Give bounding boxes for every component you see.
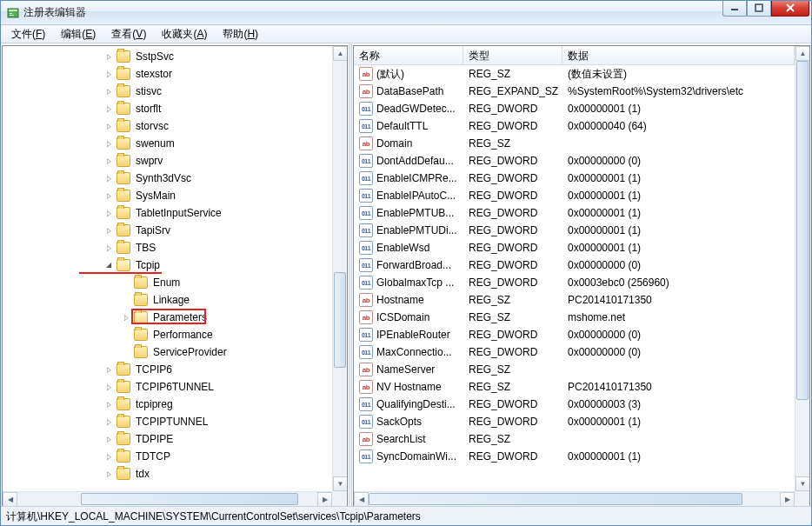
expand-icon[interactable]: [102, 380, 116, 394]
tree-node[interactable]: TCPIP6TUNNEL: [3, 378, 332, 396]
expand-icon[interactable]: [102, 67, 116, 81]
value-row[interactable]: DefaultTTLREG_DWORD0x00000040 (64): [354, 117, 795, 135]
value-row[interactable]: EnableWsdREG_DWORD0x00000001 (1): [354, 239, 795, 256]
expand-icon[interactable]: [102, 154, 116, 168]
values-hscrollbar[interactable]: [354, 491, 795, 506]
scroll-thumb[interactable]: [796, 61, 809, 400]
scroll-right-button[interactable]: [780, 492, 795, 506]
value-row[interactable]: SearchListREG_SZ: [354, 430, 795, 448]
col-name[interactable]: 名称: [354, 46, 463, 64]
tree-node[interactable]: SstpSvc: [3, 48, 332, 65]
tree-label[interactable]: SysMain: [133, 187, 178, 204]
value-row[interactable]: QualifyingDesti...REG_DWORD0x00000003 (3…: [354, 396, 795, 413]
tree-label[interactable]: Enum: [150, 274, 183, 291]
value-row[interactable]: NV HostnameREG_SZPC201410171350: [354, 378, 795, 396]
expand-icon[interactable]: [102, 432, 116, 446]
maximize-button[interactable]: [747, 0, 771, 17]
tree-label[interactable]: TCPIPTUNNEL: [133, 413, 210, 430]
tree-node[interactable]: TBS: [3, 239, 332, 256]
value-row[interactable]: ForwardBroad...REG_DWORD0x00000000 (0): [354, 256, 795, 274]
expand-icon[interactable]: [102, 467, 116, 481]
tree-hscrollbar[interactable]: [3, 491, 332, 506]
tree-label[interactable]: stisvc: [133, 83, 164, 100]
tree-node[interactable]: swprv: [3, 152, 332, 170]
value-row[interactable]: SackOptsREG_DWORD0x00000001 (1): [354, 413, 795, 430]
tree-node[interactable]: storvsc: [3, 117, 332, 135]
value-row[interactable]: DeadGWDetec...REG_DWORD0x00000001 (1): [354, 100, 795, 117]
expand-icon[interactable]: [102, 189, 116, 203]
tree-node[interactable]: stexstor: [3, 65, 332, 83]
scroll-up-button[interactable]: [795, 46, 809, 61]
scroll-thumb[interactable]: [81, 493, 298, 505]
value-row[interactable]: SyncDomainWi...REG_DWORD0x00000001 (1): [354, 448, 795, 465]
scroll-left-button[interactable]: [3, 492, 17, 506]
tree-node[interactable]: Tcpip: [3, 256, 332, 274]
tree-node[interactable]: TabletInputService: [3, 204, 332, 222]
tree-label[interactable]: tcpipreg: [133, 396, 176, 413]
tree-node[interactable]: storflt: [3, 100, 332, 117]
tree-label[interactable]: swenum: [133, 135, 177, 152]
tree-label[interactable]: TBS: [133, 239, 158, 256]
value-row[interactable]: ICSDomainREG_SZmshome.net: [354, 309, 795, 326]
menu-file[interactable]: 文件(F): [4, 25, 52, 43]
menu-help[interactable]: 帮助(H): [216, 25, 265, 43]
tree-label[interactable]: Tcpip: [133, 256, 163, 274]
expand-icon[interactable]: [102, 363, 116, 376]
value-row[interactable]: DomainREG_SZ: [354, 135, 795, 152]
tree-label[interactable]: TapiSrv: [133, 222, 173, 239]
tree-node[interactable]: Synth3dVsc: [3, 170, 332, 187]
tree-label[interactable]: TDPIPE: [133, 430, 176, 448]
collapse-icon[interactable]: [102, 258, 116, 272]
value-row[interactable]: NameServerREG_SZ: [354, 361, 795, 378]
value-row[interactable]: DataBasePathREG_EXPAND_SZ%SystemRoot%\Sy…: [354, 83, 795, 100]
tree-label[interactable]: storvsc: [133, 117, 171, 135]
close-button[interactable]: [771, 0, 809, 17]
splitter[interactable]: [349, 44, 352, 506]
tree-label[interactable]: TCPIP6: [133, 361, 175, 378]
tree-node[interactable]: tcpipreg: [3, 396, 332, 413]
tree-node[interactable]: tdx: [3, 465, 332, 483]
tree-label[interactable]: TDTCP: [133, 448, 173, 465]
expand-icon[interactable]: [102, 136, 116, 150]
tree-node[interactable]: Performance: [3, 326, 332, 343]
tree-node[interactable]: Linkage: [3, 291, 332, 309]
minimize-button[interactable]: [722, 0, 747, 17]
value-row[interactable]: GlobalmaxTcp ...REG_DWORD0x0003ebc0 (256…: [354, 274, 795, 291]
value-row[interactable]: MaxConnectio...REG_DWORD0x00000000 (0): [354, 343, 795, 361]
tree-label[interactable]: TCPIP6TUNNEL: [133, 378, 216, 396]
tree-label[interactable]: SstpSvc: [133, 48, 176, 65]
tree-node[interactable]: SysMain: [3, 187, 332, 204]
tree-node[interactable]: TDPIPE: [3, 430, 332, 448]
value-row[interactable]: IPEnableRouterREG_DWORD0x00000000 (0): [354, 326, 795, 343]
tree-node[interactable]: TDTCP: [3, 448, 332, 465]
tree-node[interactable]: ServiceProvider: [3, 343, 332, 361]
tree-label[interactable]: Performance: [150, 326, 216, 343]
scroll-thumb[interactable]: [369, 493, 742, 505]
values-vscrollbar[interactable]: [795, 46, 809, 491]
value-row[interactable]: DontAddDefau...REG_DWORD0x00000000 (0): [354, 152, 795, 170]
scroll-down-button[interactable]: [795, 476, 809, 491]
value-row[interactable]: EnableIPAutoC...REG_DWORD0x00000001 (1): [354, 187, 795, 204]
tree-node[interactable]: TCPIP6: [3, 361, 332, 378]
values-list[interactable]: 名称 类型 数据 (默认)REG_SZ(数值未设置)DataBasePathRE…: [354, 46, 795, 465]
value-row[interactable]: EnablePMTUB...REG_DWORD0x00000001 (1): [354, 204, 795, 222]
scroll-left-button[interactable]: [354, 492, 369, 506]
expand-icon[interactable]: [102, 171, 116, 185]
values-header[interactable]: 名称 类型 数据: [354, 46, 795, 65]
expand-icon[interactable]: [102, 415, 116, 429]
tree-label[interactable]: tdx: [133, 465, 152, 483]
expand-icon[interactable]: [102, 84, 116, 98]
expand-icon[interactable]: [102, 397, 116, 411]
tree-label[interactable]: Synth3dVsc: [133, 170, 194, 187]
tree-vscrollbar[interactable]: [332, 46, 347, 491]
col-data[interactable]: 数据: [562, 46, 795, 64]
tree-label[interactable]: swprv: [133, 152, 165, 170]
tree-label[interactable]: stexstor: [133, 65, 175, 83]
expand-icon[interactable]: [102, 241, 116, 255]
scroll-right-button[interactable]: [317, 492, 332, 506]
value-row[interactable]: HostnameREG_SZPC201410171350: [354, 291, 795, 309]
scroll-down-button[interactable]: [333, 476, 347, 491]
menu-favorites[interactable]: 收藏夹(A): [155, 25, 214, 43]
tree-node[interactable]: Parameters: [3, 309, 332, 326]
expand-icon[interactable]: [102, 119, 116, 133]
